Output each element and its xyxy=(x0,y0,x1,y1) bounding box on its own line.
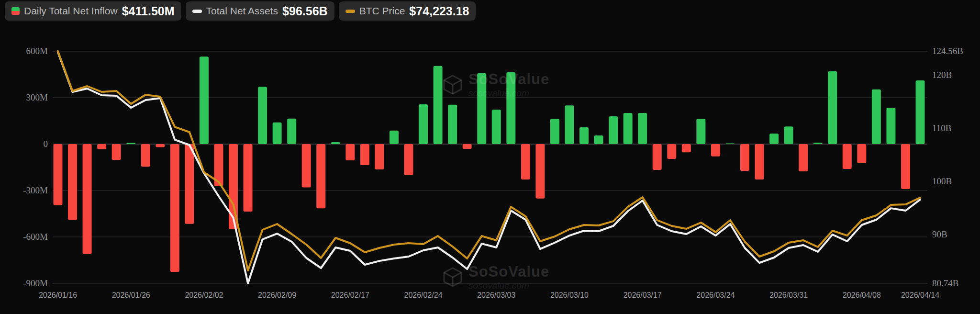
x-axis-label: 2026/02/17 xyxy=(312,290,389,301)
legend-label: Total Net Assets xyxy=(206,5,278,17)
y-axis-label-left: -900M xyxy=(0,277,48,290)
x-axis-label: 2026/03/24 xyxy=(677,290,754,301)
inflow-bar[interactable] xyxy=(521,144,530,179)
inflow-bar[interactable] xyxy=(463,144,472,149)
inflow-bar[interactable] xyxy=(316,144,325,208)
inflow-bar[interactable] xyxy=(916,80,925,144)
green-red-bar-icon xyxy=(11,7,20,15)
inflow-bar[interactable] xyxy=(843,144,852,169)
inflow-bar[interactable] xyxy=(185,144,194,224)
btc-etf-flow-dashboard: Daily Total Net Inflow $411.50M Total Ne… xyxy=(0,0,980,314)
inflow-bar[interactable] xyxy=(492,110,501,144)
inflow-bar[interactable] xyxy=(375,144,384,169)
inflow-bar[interactable] xyxy=(594,135,603,144)
inflow-bar[interactable] xyxy=(857,144,866,163)
legend-value: $74,223.18 xyxy=(409,4,469,18)
inflow-bar[interactable] xyxy=(901,144,910,189)
orange-dash-icon xyxy=(345,10,355,13)
inflow-bar[interactable] xyxy=(550,119,559,144)
inflow-bar[interactable] xyxy=(390,131,399,144)
inflow-bar[interactable] xyxy=(97,144,106,149)
y-axis-label-left: -300M xyxy=(0,184,48,197)
legend-item-total-net-assets[interactable]: Total Net Assets $96.56B xyxy=(186,1,334,21)
y-axis-label-left: 0 xyxy=(0,138,48,150)
inflow-bar[interactable] xyxy=(682,144,691,152)
inflow-bar[interactable] xyxy=(535,144,545,199)
inflow-bar[interactable] xyxy=(740,144,749,171)
legend: Daily Total Net Inflow $411.50M Total Ne… xyxy=(5,1,476,21)
inflow-bar[interactable] xyxy=(112,144,121,160)
inflow-bar[interactable] xyxy=(725,143,735,144)
y-axis-label-left: 600M xyxy=(0,45,48,57)
inflow-bar[interactable] xyxy=(244,144,253,212)
legend-value: $96.56B xyxy=(282,4,328,18)
inflow-bar[interactable] xyxy=(126,143,135,144)
inflow-bar[interactable] xyxy=(434,66,443,144)
x-axis-label: 2026/03/10 xyxy=(531,290,608,301)
inflow-bar[interactable] xyxy=(579,127,589,144)
inflow-bar[interactable] xyxy=(287,119,296,144)
inflow-bar[interactable] xyxy=(565,105,574,144)
inflow-bar[interactable] xyxy=(609,116,618,144)
inflow-bar[interactable] xyxy=(477,73,486,144)
legend-value: $411.50M xyxy=(122,4,175,18)
inflow-bar[interactable] xyxy=(711,144,720,157)
x-axis-label: 2026/03/31 xyxy=(750,290,827,301)
x-axis-label: 2026/03/03 xyxy=(458,290,535,301)
inflow-bar[interactable] xyxy=(404,144,413,175)
y-axis-label-right: 90B xyxy=(932,228,980,241)
inflow-bar[interactable] xyxy=(872,90,881,144)
x-axis-label: 2026/02/09 xyxy=(239,290,315,301)
x-axis-label: 2026/02/02 xyxy=(166,290,242,301)
inflow-bar[interactable] xyxy=(828,71,837,144)
inflow-bar[interactable] xyxy=(68,144,77,220)
y-axis-label-right: 120B xyxy=(932,69,980,81)
inflow-bar[interactable] xyxy=(799,144,808,171)
inflow-bar[interactable] xyxy=(448,105,457,144)
inflow-bar[interactable] xyxy=(667,144,676,159)
y-axis-label-right: 80.74B xyxy=(932,277,980,290)
inflow-bar[interactable] xyxy=(360,144,369,165)
inflow-bar[interactable] xyxy=(170,144,179,272)
x-axis-label: 2026/01/16 xyxy=(20,290,96,301)
inflow-bar[interactable] xyxy=(302,144,311,188)
inflow-bar[interactable] xyxy=(141,144,150,167)
inflow-bar[interactable] xyxy=(784,126,793,144)
inflow-bar[interactable] xyxy=(273,123,282,144)
x-axis-label: 2026/01/26 xyxy=(93,290,169,301)
x-axis-label: 2026/04/14 xyxy=(882,290,958,301)
inflow-bar[interactable] xyxy=(419,104,428,144)
chart-plot[interactable] xyxy=(0,0,980,314)
legend-label: Daily Total Net Inflow xyxy=(24,5,118,17)
legend-item-btc-price[interactable]: BTC Price $74,223.18 xyxy=(339,1,476,21)
inflow-bar[interactable] xyxy=(54,144,63,205)
inflow-bar[interactable] xyxy=(345,144,355,160)
inflow-bar[interactable] xyxy=(200,56,209,144)
inflow-bar[interactable] xyxy=(258,87,267,144)
inflow-bar[interactable] xyxy=(769,134,779,144)
white-dash-icon xyxy=(192,10,202,13)
x-axis-label: 2026/03/17 xyxy=(604,290,681,301)
inflow-bar[interactable] xyxy=(156,144,165,147)
legend-item-daily-net-inflow[interactable]: Daily Total Net Inflow $411.50M xyxy=(5,1,181,21)
inflow-bar[interactable] xyxy=(506,72,515,144)
inflow-bar[interactable] xyxy=(83,144,92,254)
y-axis-label-right: 124.56B xyxy=(932,45,980,57)
inflow-bar[interactable] xyxy=(813,143,823,144)
inflow-bar[interactable] xyxy=(886,108,895,144)
inflow-bar[interactable] xyxy=(755,144,764,179)
y-axis-label-right: 110B xyxy=(932,122,980,135)
inflow-bar[interactable] xyxy=(331,142,340,144)
y-axis-label-right: 100B xyxy=(932,175,980,188)
inflow-bar[interactable] xyxy=(653,144,662,170)
inflow-bar[interactable] xyxy=(638,113,647,144)
legend-label: BTC Price xyxy=(359,5,405,17)
y-axis-label-left: 300M xyxy=(0,91,48,104)
x-axis-label: 2026/02/24 xyxy=(385,290,462,301)
y-axis-label-left: -600M xyxy=(0,231,48,243)
inflow-bar[interactable] xyxy=(696,119,705,144)
inflow-bar[interactable] xyxy=(624,113,633,144)
